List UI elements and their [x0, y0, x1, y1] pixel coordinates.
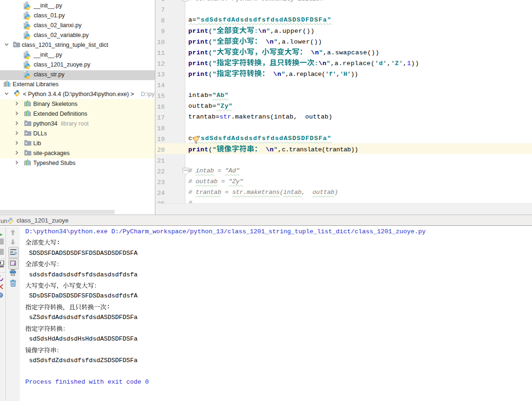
svg-text:?: ?: [0, 293, 2, 297]
